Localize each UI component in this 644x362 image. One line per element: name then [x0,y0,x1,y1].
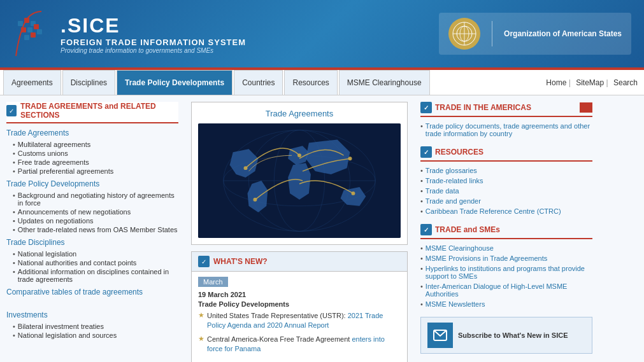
trade-agreements-box: Trade Agreements [191,102,408,245]
list-item: MSME Newsletters [420,299,592,309]
trade-disciplines-list: National legislation National authoritie… [13,249,178,284]
resources-header: ✓ RESOURCES [420,146,592,162]
trade-agreements-list: Multilateral agreements Customs unions F… [13,140,178,176]
svg-rect-6 [24,35,29,40]
trade-americas-link[interactable]: Trade policy documents, trade agreements… [426,122,592,137]
whats-new-header: ✓ WHAT'S NEW? [192,252,407,272]
resources-icon: ✓ [420,146,432,158]
sice-logo-graphic [13,8,51,59]
msme-dialogue-link[interactable]: Inter-American Dialogue of High-Level MS… [426,282,592,298]
trade-smes-list: MSME Clearinghouse MSME Provisions in Tr… [420,243,592,309]
svg-point-24 [351,191,355,195]
trade-americas-title: ✓ TRADE IN THE AMERICAS [420,102,531,113]
news-star-icon-2: ★ [198,335,204,343]
trade-agreements-link[interactable]: Trade Agreements [6,129,178,137]
list-item: Bilateral investment treaties [13,322,178,331]
news-item-1: ★ United States Trade Representative (US… [198,311,401,331]
list-item: Customs unions [13,149,178,158]
search-link[interactable]: Search [613,78,638,87]
whats-new-content[interactable]: March 19 March 2021 Trade Policy Develop… [192,272,407,362]
page-header: .SICE Foreign Trade Information System P… [0,0,644,70]
list-item: Inter-American Dialogue of High-Level MS… [420,281,592,299]
svg-rect-1 [24,18,29,23]
resources-section: ✓ RESOURCES Trade glossaries Trade-relat… [420,146,592,216]
trade-disciplines-group: Trade Disciplines National legislation N… [6,238,178,284]
nav-resources[interactable]: Resources [284,70,337,95]
left-panel-header: ✓ TRADE AGREEMENTS and RELATED SECTIONS [6,102,178,123]
news-text-1: United States Trade Representative (USTR… [207,311,401,331]
list-item: National legislation [13,249,178,258]
glossaries-link[interactable]: Trade glossaries [426,167,477,174]
nav-agreements[interactable]: Agreements [3,70,61,95]
list-item: Multilateral agreements [13,140,178,149]
svg-rect-7 [31,32,36,38]
investments-list: Bilateral investment treaties National l… [13,322,178,340]
home-link[interactable]: Home [546,78,566,87]
resources-list: Trade glossaries Trade-related links Tra… [420,165,592,216]
oas-label: Organization of American States [504,29,622,38]
subscribe-label: Subscribe to What's New in SICE [458,331,568,339]
msme-hyperlinks-link[interactable]: Hyperlinks to institutions and programs … [426,265,592,280]
list-item: Additional information on disciplines co… [13,267,178,284]
oas-logo-area: Organization of American States [439,13,631,55]
whats-new-title: WHAT'S NEW? [213,257,268,266]
sitemap-link[interactable]: SiteMap [576,78,604,87]
list-item: Free trade agreements [13,158,178,167]
whats-new-box: ✓ WHAT'S NEW? March 19 March 2021 Trade … [191,251,408,362]
nav-countries[interactable]: Countries [234,70,283,95]
list-item: Partial preferential agreements [13,167,178,176]
nav-trade-policy[interactable]: Trade Policy Developments [117,70,233,95]
subscribe-icon [427,323,453,348]
trade-americas-icon: ✓ [420,102,432,113]
trade-smes-title: ✓ TRADE and SMEs [420,224,500,235]
sice-text-logo: .SICE Foreign Trade Information System P… [61,14,246,54]
news-link-1[interactable]: 2021 Trade Policy Agenda and 2020 Annual… [207,312,383,329]
system-tagline: Providing trade information to governmen… [61,47,246,54]
ctrc-link[interactable]: Caribbean Trade Reference Centre (CTRC) [426,207,561,215]
trade-smes-header: ✓ TRADE and SMEs [420,224,592,239]
right-panel: ✓ TRADE IN THE AMERICAS Trade policy doc… [414,102,592,362]
trade-smes-icon: ✓ [420,224,432,235]
news-category: Trade Policy Developments [198,300,401,308]
trade-smes-section: ✓ TRADE and SMEs MSME Clearinghouse MSME… [420,224,592,309]
sice-name: .SICE [61,14,246,38]
left-panel-title: TRADE AGREEMENTS and RELATED SECTIONS [20,102,178,120]
svg-rect-8 [37,29,42,34]
investments-link[interactable]: Investments [6,310,178,319]
trade-agreements-icon: ✓ [6,105,17,116]
list-item: Caribbean Trade Reference Centre (CTRC) [420,206,592,216]
trade-links-link[interactable]: Trade-related links [426,177,483,184]
trade-policy-group: Trade Policy Developments Background and… [6,179,178,234]
news-link-2[interactable]: enters into force for Panama [207,335,385,352]
svg-point-21 [297,153,301,157]
trade-agreements-group: Trade Agreements Multilateral agreements… [6,129,178,176]
resources-title: ✓ RESOURCES [420,146,483,158]
middle-panel: Trade Agreements [185,102,414,362]
msme-newsletters-link[interactable]: MSME Newsletters [426,300,485,308]
subscribe-box[interactable]: Subscribe to What's New in SICE [420,317,592,354]
list-item: Updates on negotiations [13,216,178,225]
msme-provisions-link[interactable]: MSME Provisions in Trade Agreements [426,254,547,262]
list-item: Other trade-related news from OAS Member… [13,225,178,234]
list-item: Background and negotiating history of ag… [13,191,178,207]
trade-data-link[interactable]: Trade data [426,187,459,195]
news-date: 19 March 2021 [198,291,401,298]
msme-clearinghouse-link[interactable]: MSME Clearinghouse [426,244,494,252]
list-item: Trade-related links [420,176,592,186]
logo-area: .SICE Foreign Trade Information System P… [13,8,246,59]
list-item: Hyperlinks to institutions and programs … [420,263,592,281]
nav-msme[interactable]: MSME Clearinghouse [339,70,430,95]
trade-gender-link[interactable]: Trade and gender [426,197,481,205]
svg-point-22 [348,157,352,160]
list-item: MSME Provisions in Trade Agreements [420,253,592,263]
whats-new-icon: ✓ [198,256,210,267]
system-name: Foreign Trade Information System [61,38,246,47]
comparative-tables-link[interactable]: Comparative tables of trade agreements [6,288,178,296]
trade-policy-link[interactable]: Trade Policy Developments [6,179,178,188]
nav-disciplines[interactable]: Disciplines [62,70,115,95]
list-item: National authorities and contact points [13,258,178,267]
list-item: MSME Clearinghouse [420,243,592,253]
svg-rect-0 [18,21,23,26]
trade-disciplines-link[interactable]: Trade Disciplines [6,238,178,247]
flag-icon [580,102,592,113]
